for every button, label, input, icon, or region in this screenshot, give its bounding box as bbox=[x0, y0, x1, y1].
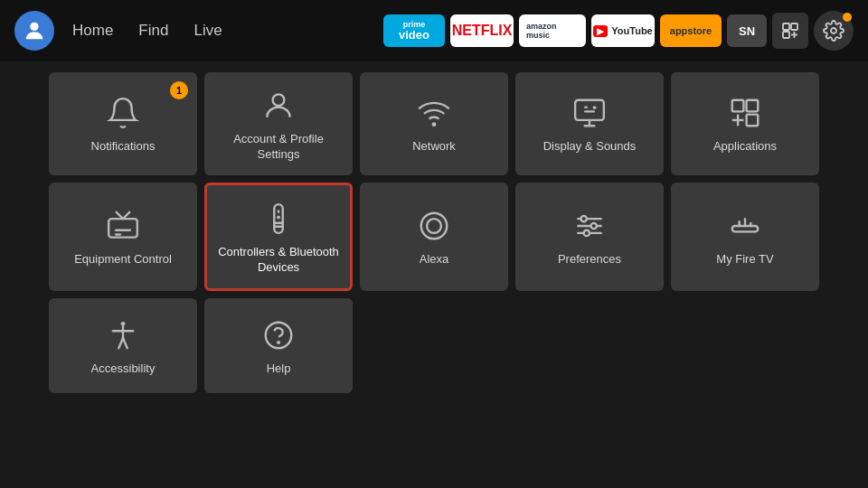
svg-line-40 bbox=[123, 338, 127, 348]
svg-point-31 bbox=[584, 230, 590, 236]
tile-applications-label: Applications bbox=[713, 139, 777, 155]
app-amazon-music[interactable]: amazon music bbox=[519, 14, 586, 47]
svg-rect-13 bbox=[747, 115, 759, 127]
settings-grid-container: 1 Notifications Account & Profile Settin… bbox=[0, 61, 868, 393]
svg-point-29 bbox=[581, 216, 587, 221]
empty-tile-1 bbox=[360, 298, 508, 393]
svg-rect-2 bbox=[791, 23, 797, 30]
empty-tile-2 bbox=[515, 298, 664, 393]
svg-rect-9 bbox=[575, 100, 604, 120]
tile-accessibility[interactable]: Accessibility bbox=[49, 298, 197, 393]
svg-point-24 bbox=[421, 213, 448, 239]
tile-preferences[interactable]: Preferences bbox=[515, 183, 664, 291]
svg-rect-1 bbox=[783, 23, 789, 30]
svg-point-6 bbox=[831, 28, 836, 33]
tile-display-sounds[interactable]: Display & Sounds bbox=[515, 72, 664, 175]
svg-rect-12 bbox=[747, 100, 759, 112]
svg-point-10 bbox=[593, 107, 596, 109]
tile-equipment-label: Equipment Control bbox=[74, 252, 172, 267]
accessibility-icon bbox=[106, 318, 140, 352]
tile-accessibility-label: Accessibility bbox=[91, 361, 156, 377]
svg-point-25 bbox=[427, 219, 441, 233]
app-netflix[interactable]: NETFLIX bbox=[450, 14, 514, 47]
tile-notifications-label: Notifications bbox=[91, 139, 156, 155]
tile-help[interactable]: Help bbox=[204, 298, 353, 393]
tile-applications[interactable]: Applications bbox=[671, 72, 819, 175]
tile-notifications[interactable]: 1 Notifications bbox=[49, 72, 197, 175]
tile-controllers[interactable]: Controllers & Bluetooth Devices bbox=[204, 183, 353, 291]
svg-line-39 bbox=[118, 338, 123, 348]
tile-alexa-label: Alexa bbox=[420, 252, 449, 267]
tile-help-label: Help bbox=[267, 361, 291, 377]
settings-button[interactable] bbox=[814, 11, 854, 51]
tile-alexa[interactable]: Alexa bbox=[360, 183, 508, 291]
topbar: Home Find Live prime video NETFLIX amazo… bbox=[0, 0, 868, 61]
tile-network-label: Network bbox=[412, 139, 456, 155]
grid-row-2: Equipment Control Controllers & Bluetoot… bbox=[49, 183, 819, 291]
tile-account[interactable]: Account & Profile Settings bbox=[204, 72, 353, 175]
grid-row-1: 1 Notifications Account & Profile Settin… bbox=[49, 72, 819, 175]
grid-row-3: Accessibility Help bbox=[49, 298, 819, 393]
svg-point-21 bbox=[277, 215, 280, 219]
tile-network[interactable]: Network bbox=[360, 72, 508, 175]
svg-point-7 bbox=[273, 94, 285, 106]
remote-icon bbox=[261, 202, 296, 236]
tile-account-label: Account & Profile Settings bbox=[212, 132, 345, 163]
empty-tile-3 bbox=[671, 298, 819, 393]
tile-preferences-label: Preferences bbox=[558, 252, 621, 267]
tile-equipment-control[interactable]: Equipment Control bbox=[49, 183, 197, 291]
help-icon bbox=[261, 318, 296, 352]
topbar-nav: Home Find Live bbox=[72, 22, 222, 40]
nav-find[interactable]: Find bbox=[138, 22, 168, 40]
app-appstore[interactable]: appstore bbox=[660, 14, 722, 47]
bell-icon bbox=[106, 96, 140, 130]
grid-icon-button[interactable] bbox=[772, 13, 808, 49]
apps-icon bbox=[728, 96, 762, 130]
tv-icon bbox=[106, 209, 140, 243]
firetv-icon bbox=[728, 209, 762, 243]
display-icon bbox=[572, 96, 607, 130]
nav-home[interactable]: Home bbox=[72, 22, 113, 40]
svg-point-30 bbox=[591, 223, 597, 229]
svg-point-41 bbox=[266, 322, 292, 348]
user-avatar[interactable] bbox=[14, 11, 54, 51]
topbar-apps: prime video NETFLIX amazon music ▶ YouTu… bbox=[383, 11, 854, 51]
notification-badge: 1 bbox=[170, 81, 188, 99]
app-youtube[interactable]: ▶ YouTube bbox=[591, 14, 655, 47]
sliders-icon bbox=[572, 209, 607, 243]
wifi-icon bbox=[417, 96, 451, 130]
tile-myfiretv-label: My Fire TV bbox=[716, 252, 773, 267]
tile-myfiretv[interactable]: My Fire TV bbox=[671, 183, 819, 291]
person-icon bbox=[261, 89, 296, 123]
tile-display-sounds-label: Display & Sounds bbox=[543, 139, 637, 155]
svg-point-0 bbox=[30, 23, 38, 31]
alexa-icon bbox=[417, 209, 451, 243]
app-sn[interactable]: SN bbox=[727, 14, 767, 47]
svg-rect-11 bbox=[732, 100, 744, 112]
settings-notification-dot bbox=[843, 13, 852, 22]
tile-controllers-label: Controllers & Bluetooth Devices bbox=[214, 245, 343, 276]
svg-rect-3 bbox=[783, 32, 789, 38]
app-prime[interactable]: prime video bbox=[383, 14, 445, 47]
svg-point-36 bbox=[121, 322, 126, 326]
nav-live[interactable]: Live bbox=[193, 22, 222, 40]
svg-rect-16 bbox=[108, 219, 137, 238]
